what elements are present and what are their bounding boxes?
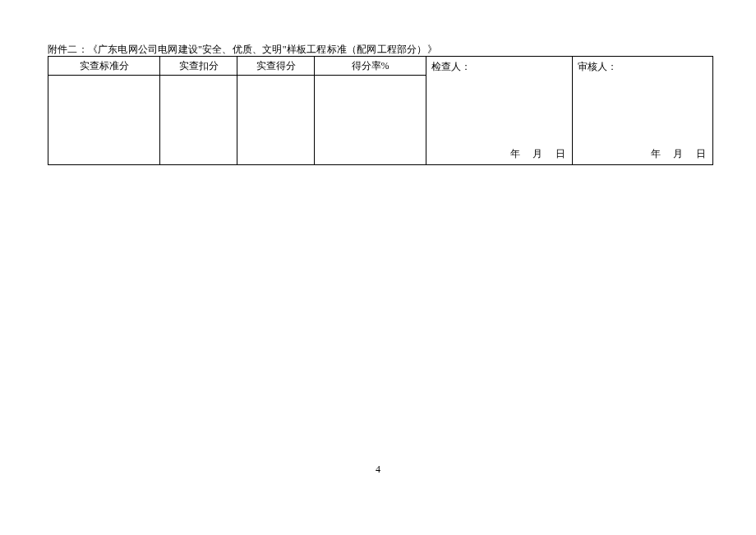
cell-actual-score <box>237 76 315 165</box>
reviewer-date-line: 年 月 日 <box>651 147 706 161</box>
month-unit: 月 <box>673 148 683 159</box>
header-actual-score: 实查得分 <box>237 57 315 76</box>
inspector-cell: 检查人： 年 月 日 <box>426 57 573 165</box>
header-standard-score: 实查标准分 <box>48 57 160 76</box>
cell-standard-score <box>48 76 160 165</box>
day-unit: 日 <box>696 148 706 159</box>
day-unit: 日 <box>555 148 565 159</box>
cell-deduction-score <box>160 76 237 165</box>
page: 附件二：《广东电网公司电网建设"安全、优质、文明"样板工程标准（配网工程部分）》… <box>0 0 756 535</box>
reviewer-label: 审核人： <box>578 60 617 74</box>
reviewer-cell: 审核人： 年 月 日 <box>573 57 713 165</box>
month-unit: 月 <box>532 148 542 159</box>
header-score-rate: 得分率% <box>315 57 426 76</box>
page-number: 4 <box>0 464 756 476</box>
header-row: 实查标准分 实查扣分 实查得分 得分率% 检查人： 年 月 日 审核人： 年 月… <box>48 57 713 76</box>
inspector-label: 检查人： <box>431 60 471 74</box>
header-deduction-score: 实查扣分 <box>160 57 237 76</box>
year-unit: 年 <box>510 148 520 159</box>
year-unit: 年 <box>651 148 661 159</box>
score-table: 实查标准分 实查扣分 实查得分 得分率% 检查人： 年 月 日 审核人： 年 月… <box>48 56 713 165</box>
inspector-date-line: 年 月 日 <box>510 147 565 161</box>
cell-score-rate <box>315 76 426 165</box>
attachment-title: 附件二：《广东电网公司电网建设"安全、优质、文明"样板工程标准（配网工程部分）》 <box>48 43 437 57</box>
